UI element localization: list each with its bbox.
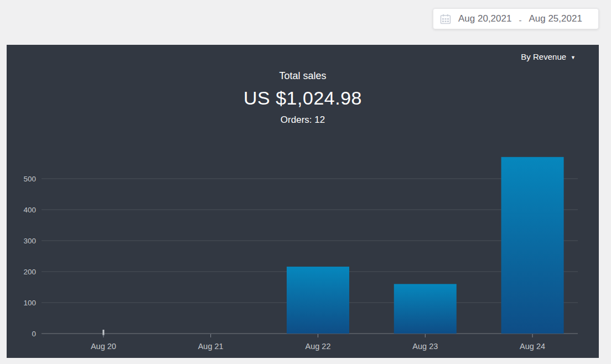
x-axis-tick-label: Aug 23 <box>412 342 438 351</box>
y-axis-tick-label: 500 <box>23 175 36 183</box>
y-axis-tick-label: 300 <box>23 237 36 245</box>
chevron-down-icon: ▼ <box>571 55 576 60</box>
total-sales-title: Total sales <box>7 70 599 82</box>
by-revenue-dropdown[interactable]: By Revenue ▼ <box>521 52 576 61</box>
x-axis-tick-label: Aug 20 <box>91 342 116 351</box>
y-axis-tick-label: 400 <box>23 206 36 214</box>
bar-aug-22[interactable] <box>287 267 349 334</box>
date-range-end[interactable]: Aug 25,2021 <box>529 13 582 24</box>
date-range-picker[interactable]: Aug 20,2021 - Aug 25,2021 <box>433 8 599 29</box>
bar-aug-24[interactable] <box>501 157 564 334</box>
date-range-start[interactable]: Aug 20,2021 <box>458 13 511 24</box>
calendar-icon <box>440 14 451 24</box>
x-axis-tick-label: Aug 24 <box>520 342 545 351</box>
y-axis-tick-label: 200 <box>23 268 36 276</box>
sales-chart-panel: By Revenue ▼ Total sales US $1,024.98 Or… <box>7 45 599 358</box>
y-axis-tick-label: 100 <box>23 299 36 307</box>
by-revenue-label: By Revenue <box>521 52 566 61</box>
x-axis-tick-label: Aug 22 <box>306 342 331 351</box>
date-range-separator: - <box>519 15 521 25</box>
sales-bar-chart: 0100200300400500Aug 20Aug 21Aug 22Aug 23… <box>7 133 599 358</box>
x-axis-tick-label: Aug 21 <box>198 342 224 351</box>
y-axis-tick-label: 0 <box>32 330 36 338</box>
orders-count: Orders: 12 <box>7 115 599 126</box>
bar-aug-23[interactable] <box>394 284 457 334</box>
total-sales-value: US $1,024.98 <box>7 87 599 109</box>
